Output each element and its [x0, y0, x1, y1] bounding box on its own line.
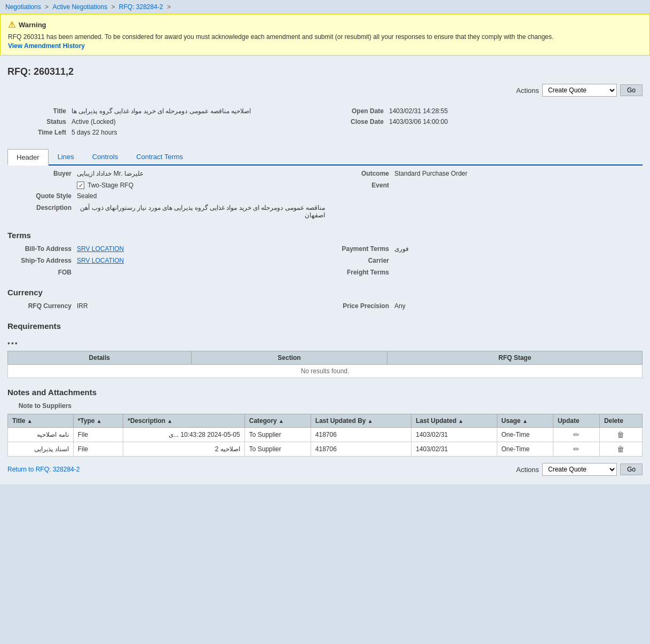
top-actions-bar: Actions Create Quote Go: [7, 82, 643, 102]
actions-select[interactable]: Create Quote: [542, 84, 617, 97]
view-amendment-history-link[interactable]: View Amendment History: [8, 42, 85, 50]
currency-right: Price Precision Any: [325, 302, 643, 314]
edit-icon[interactable]: ✏: [573, 430, 580, 439]
breadcrumb-sep2: >: [111, 3, 116, 11]
freight-label: Freight Terms: [325, 269, 394, 276]
trash-icon[interactable]: 🗑: [617, 445, 624, 453]
row-type: File: [73, 442, 123, 457]
price-precision-label: Price Precision: [325, 302, 394, 310]
return-link[interactable]: Return to RFQ: 328284-2: [7, 466, 80, 473]
close-date-value: 1403/03/06 14:00:00: [389, 118, 448, 125]
breadcrumb-rfq[interactable]: RFQ: 328284-2: [119, 3, 163, 11]
edit-icon[interactable]: ✏: [573, 445, 580, 453]
row-title: نامه اصلاحیه: [8, 428, 74, 442]
header-info-grid: Title اصلاحیه مناقصه عمومی دومرحله ای خر…: [7, 102, 643, 145]
row-description: 2024-05-05 10:43:28 ...ی: [123, 428, 244, 442]
quote-style-row: Quote Style Sealed: [7, 192, 325, 200]
row-description: اصلاحیه 2: [123, 442, 244, 457]
tab-lines[interactable]: Lines: [49, 149, 83, 164]
col-usage[interactable]: Usage ▲: [497, 414, 553, 428]
freight-row: Freight Terms: [325, 269, 643, 276]
tab-contract-terms[interactable]: Contract Terms: [127, 149, 192, 164]
ship-to-value[interactable]: SRV LOCATION: [77, 257, 124, 264]
payment-row: Payment Terms فوری: [325, 245, 643, 253]
close-date-label: Close Date: [325, 118, 389, 125]
breadcrumb: Negotiations > Active Negotiations > RFQ…: [0, 0, 650, 14]
status-row: Status Active (Locked): [7, 118, 325, 125]
buyer-row: Buyer علیرضا .Mr خداداد ازیبایی: [7, 170, 325, 177]
carrier-row: Carrier: [325, 257, 643, 264]
note-to-suppliers-label: Note to Suppliers: [7, 402, 77, 410]
bottom-bar: Return to RFQ: 328284-2 Actions Create Q…: [7, 457, 643, 479]
outcome-row: Outcome Standard Purchase Order: [325, 170, 643, 177]
row-delete-btn[interactable]: 🗑: [599, 442, 642, 457]
bill-to-row: Bill-To Address SRV LOCATION: [7, 245, 325, 253]
col-type[interactable]: *Type ▲: [73, 414, 123, 428]
status-label: Status: [7, 118, 72, 125]
rfq-currency-value: IRR: [77, 302, 88, 310]
requirements-heading: Requirements: [7, 321, 643, 331]
bottom-go-button[interactable]: Go: [620, 464, 643, 475]
bill-to-value[interactable]: SRV LOCATION: [77, 245, 124, 253]
row-last-updated: 1403/02/31: [411, 428, 497, 442]
col-title[interactable]: Title ▲: [8, 414, 74, 428]
status-value: Active (Locked): [72, 118, 116, 125]
description-value: مناقصه عمومی دومرحله ای خرید مواد غذایی …: [77, 204, 325, 219]
req-col-stage: RFQ Stage: [387, 351, 643, 365]
requirements-table: Details Section RFQ Stage No results fou…: [7, 351, 643, 378]
warning-icon: ⚠: [8, 20, 15, 30]
row-usage: One-Time: [497, 428, 553, 442]
trash-icon[interactable]: 🗑: [617, 430, 624, 439]
terms-grid: Bill-To Address SRV LOCATION Ship-To Add…: [7, 245, 643, 280]
col-last-updated[interactable]: Last Updated ▲: [411, 414, 497, 428]
price-precision-value: Any: [394, 302, 406, 310]
go-button[interactable]: Go: [620, 84, 643, 96]
warning-text: RFQ 260311 has been amended. To be consi…: [8, 32, 642, 42]
col-description[interactable]: *Description ▲: [123, 414, 244, 428]
row-update-btn[interactable]: ✏: [553, 442, 599, 457]
breadcrumb-active-negotiations[interactable]: Active Negotiations: [52, 3, 107, 11]
terms-right: Payment Terms فوری Carrier Freight Terms: [325, 245, 643, 280]
col-category[interactable]: Category ▲: [244, 414, 311, 428]
quote-style-value: Sealed: [77, 192, 97, 200]
req-no-results-row: No results found.: [8, 365, 643, 378]
buyer-left: Buyer علیرضا .Mr خداداد ازیبایی ✓ Two-St…: [7, 170, 325, 223]
row-update-btn[interactable]: ✏: [553, 428, 599, 442]
tab-controls[interactable]: Controls: [83, 149, 127, 164]
title-label: Title: [7, 107, 72, 115]
buyer-section: Buyer علیرضا .Mr خداداد ازیبایی ✓ Two-St…: [7, 170, 643, 223]
terms-left: Bill-To Address SRV LOCATION Ship-To Add…: [7, 245, 325, 280]
table-row: اسناد پذیرایی File اصلاحیه 2 To Supplier…: [8, 442, 643, 457]
row-delete-btn[interactable]: 🗑: [599, 428, 642, 442]
rfq-currency-row: RFQ Currency IRR: [7, 302, 325, 310]
two-stage-checkbox[interactable]: ✓: [77, 182, 84, 189]
warning-box: ⚠ Warning RFQ 260311 has been amended. T…: [0, 14, 650, 56]
col-last-updated-by[interactable]: Last Updated By ▲: [311, 414, 411, 428]
currency-grid: RFQ Currency IRR Price Precision Any: [7, 302, 643, 314]
rfq-currency-label: RFQ Currency: [7, 302, 77, 310]
outcome-label: Outcome: [325, 170, 394, 177]
row-last-updated-by: 418706: [311, 428, 411, 442]
title-value: اصلاحیه مناقصه عمومی دومرحله ای خرید موا…: [72, 107, 251, 115]
breadcrumb-negotiations[interactable]: Negotiations: [5, 3, 41, 11]
terms-heading: Terms: [7, 231, 643, 240]
description-label: Description: [7, 204, 77, 211]
open-date-value: 1403/02/31 14:28:55: [389, 107, 448, 115]
col-update: Update: [553, 414, 599, 428]
tabs-bar: Header Lines Controls Contract Terms: [7, 149, 643, 166]
tab-header[interactable]: Header: [7, 149, 49, 166]
row-category: To Supplier: [244, 428, 311, 442]
row-category: To Supplier: [244, 442, 311, 457]
time-left-label: Time Left: [7, 129, 72, 136]
currency-left: RFQ Currency IRR: [7, 302, 325, 314]
req-col-section: Section: [191, 351, 387, 365]
row-title: اسناد پذیرایی: [8, 442, 74, 457]
open-date-label: Open Date: [325, 107, 389, 115]
req-no-results-text: No results found.: [8, 365, 643, 378]
col-delete: Delete: [599, 414, 642, 428]
event-label: Event: [325, 182, 394, 189]
ship-to-label: Ship-To Address: [7, 257, 77, 264]
payment-label: Payment Terms: [325, 245, 394, 253]
title-row: Title اصلاحیه مناقصه عمومی دومرحله ای خر…: [7, 107, 325, 115]
bottom-actions-select[interactable]: Create Quote: [542, 463, 617, 476]
